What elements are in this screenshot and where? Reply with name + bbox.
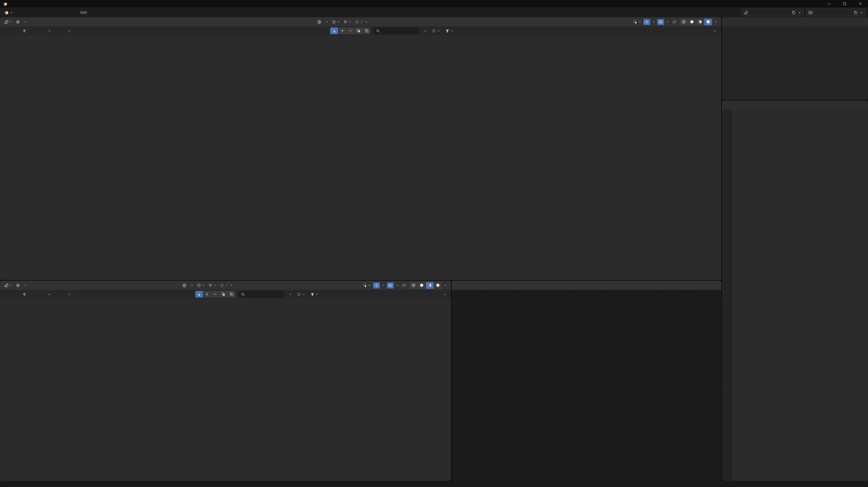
proportional-edit-toggle[interactable] [353,19,369,25]
viewport-menu-object[interactable] [47,21,53,23]
app-menu-button[interactable] [3,9,14,16]
viewport-menu-add[interactable] [41,21,47,23]
shader-canvas[interactable] [452,290,721,481]
viewport-menu-select[interactable] [35,284,41,286]
filter-button[interactable] [444,28,455,34]
gizmo-dropdown[interactable] [651,19,657,24]
global-icon [182,283,187,288]
snap-toggle[interactable] [342,19,353,25]
workspace-tab-layout[interactable] [64,11,71,14]
show-gizmo-toggle[interactable] [643,19,650,25]
select-mode-subtract-button[interactable] [346,27,354,34]
tool-search-input[interactable] [373,27,420,34]
workspace-tab-geometry-nodes[interactable] [137,11,144,14]
select-mode-extend-button[interactable] [203,291,211,298]
show-gizmo-toggle[interactable] [373,282,380,288]
view-layer-selector[interactable] [806,9,865,16]
orientation-select[interactable] [20,27,53,34]
select-mode-difference-button[interactable] [220,291,227,298]
close-button[interactable] [852,0,868,7]
overlays-dropdown[interactable] [394,283,400,288]
shading-solid-button[interactable] [418,282,426,289]
options-dropdown[interactable] [712,28,718,33]
select-mode-difference-button[interactable] [355,27,362,34]
workspace-tab-texture-paint[interactable] [96,11,104,14]
orientation-dropdown[interactable] [181,282,195,288]
tool-search-input[interactable] [238,291,285,298]
workspace-tab-rendering[interactable] [120,11,128,14]
menu-render[interactable] [28,11,35,14]
drag-select[interactable] [64,291,73,298]
viewport-bottom-canvas[interactable] [0,299,451,481]
viewport-top-canvas[interactable] [0,35,721,280]
xray-toggle[interactable] [671,19,678,25]
workspace-tab-compositing[interactable] [129,11,136,14]
show-overlays-toggle[interactable] [657,19,664,25]
editor-type-button[interactable] [3,282,14,288]
shading-material-button[interactable] [426,282,434,289]
workspace-tab-shading[interactable] [104,11,112,14]
chevron-down-icon [67,29,71,33]
editor-type-button[interactable] [3,19,14,25]
viewport-menu-view[interactable] [29,284,35,286]
shading-material-button[interactable] [696,19,704,25]
gizmo-dropdown[interactable] [381,283,386,288]
viewport-menu-object[interactable] [47,284,53,286]
shading-rendered-button[interactable] [434,282,442,289]
workspace-tab-sculpting[interactable] [80,11,87,14]
sphere-rendered-icon [436,283,440,287]
workspace-tab-uv-editing[interactable] [88,11,95,14]
collapse-button[interactable] [288,292,293,297]
select-mode-extend-button[interactable] [338,27,346,34]
select-mode-intersect-button[interactable] [228,291,235,298]
mode-selector[interactable] [15,19,28,25]
xray-toggle[interactable] [401,282,408,288]
scene-selector[interactable] [741,9,803,16]
shading-wireframe-button[interactable] [410,282,417,289]
menu-edit[interactable] [22,11,28,14]
sphere-material-icon [698,20,702,24]
snap-toggle[interactable] [207,282,218,288]
select-mode-intersect-button[interactable] [363,27,370,34]
minimize-button[interactable] [821,0,837,7]
menu-help[interactable] [42,11,49,14]
shading-dropdown[interactable] [442,283,448,288]
viewport-menu-select[interactable] [35,21,41,23]
shading-rendered-button[interactable] [704,19,712,25]
select-mode-new-button[interactable] [195,291,203,298]
chevron-down-icon [302,293,305,296]
object-type-visibility-dropdown[interactable] [362,282,372,288]
mode-selector[interactable] [15,282,28,288]
pivot-dropdown[interactable] [330,19,341,25]
menu-window[interactable] [35,11,42,14]
drag-select[interactable] [64,27,73,34]
show-overlays-toggle[interactable] [387,282,394,288]
proportional-edit-toggle[interactable] [219,282,234,288]
add-workspace-button[interactable] [153,11,160,14]
workspace-tab-scripting[interactable] [145,11,152,14]
display-mode-button[interactable] [296,292,306,297]
plus-icon [340,29,344,33]
maximize-button[interactable] [837,0,852,7]
display-mode-button[interactable] [431,28,441,34]
orientation-dropdown[interactable] [316,19,330,25]
shading-dropdown[interactable] [713,19,718,24]
shading-solid-button[interactable] [688,19,696,25]
viewport-menu-add[interactable] [41,284,47,286]
viewport-menu-view[interactable] [29,21,35,23]
chevron-down-icon [666,20,669,24]
filter-button[interactable] [309,292,320,297]
select-mode-subtract-button[interactable] [211,291,219,298]
pivot-dropdown[interactable] [196,282,206,288]
orientation-select[interactable] [20,291,53,298]
workspace-tab-modeling[interactable] [72,11,79,14]
select-mode-new-button[interactable] [330,27,338,34]
overlays-dropdown[interactable] [665,19,670,24]
workspace-tab-animation[interactable] [112,11,120,14]
object-type-visibility-dropdown[interactable] [632,19,643,25]
chevron-down-icon [382,283,385,287]
menu-file[interactable] [15,11,22,14]
shading-wireframe-button[interactable] [680,19,688,25]
options-dropdown[interactable] [441,292,448,297]
collapse-button[interactable] [422,28,428,33]
